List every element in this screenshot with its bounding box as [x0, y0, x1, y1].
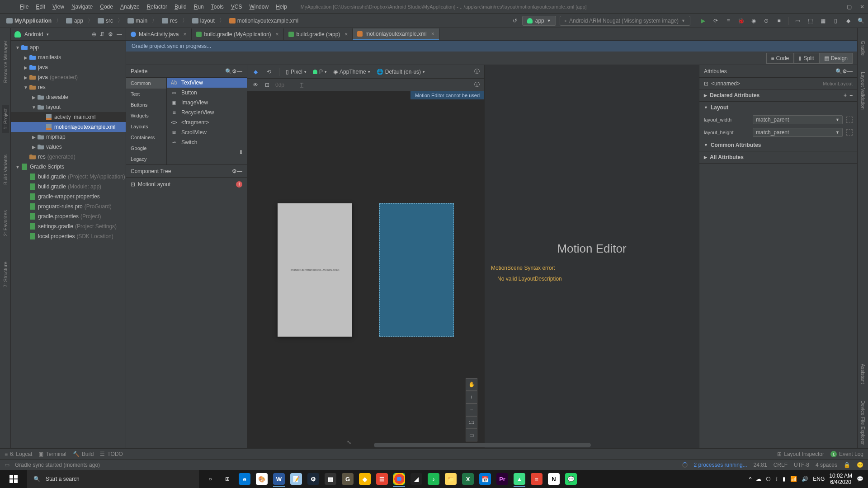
- stop-icon[interactable]: ■: [775, 17, 783, 24]
- tree-item[interactable]: ▼Gradle Scripts: [11, 162, 126, 172]
- file-encoding[interactable]: UTF-8: [794, 462, 809, 468]
- tree-item[interactable]: ▶mipmap: [11, 132, 126, 142]
- tab-todo[interactable]: ☰ TODO: [100, 451, 123, 457]
- line-separator[interactable]: CRLF: [774, 462, 788, 468]
- menu-window[interactable]: Window: [245, 2, 272, 12]
- task-paint[interactable]: 🎨: [254, 471, 269, 487]
- attr-flag-icon[interactable]: [846, 117, 853, 123]
- close-button[interactable]: ✕: [860, 4, 864, 10]
- palette-item[interactable]: <><fragment>: [167, 117, 247, 127]
- palette-category[interactable]: Widgets: [126, 110, 166, 121]
- palette-category[interactable]: Buttons: [126, 99, 166, 110]
- indent-setting[interactable]: 4 spaces: [816, 462, 837, 468]
- orientation-icon[interactable]: ⟲: [265, 68, 273, 75]
- tab-layout-inspector[interactable]: ⊞ Layout Inspector: [777, 451, 824, 457]
- avd-manager-icon[interactable]: ▭: [794, 17, 801, 24]
- menu-analyze[interactable]: Analyze: [117, 2, 143, 12]
- zoom-actual-icon[interactable]: ▭: [466, 429, 477, 441]
- task-cortana[interactable]: ○: [203, 471, 218, 487]
- menu-code[interactable]: Code: [96, 2, 117, 12]
- tree-item[interactable]: ▼layout: [11, 102, 126, 112]
- sync-icon[interactable]: ↺: [511, 17, 519, 24]
- palette-settings-icon[interactable]: ⚙: [232, 68, 237, 75]
- task-notion[interactable]: N: [546, 471, 561, 487]
- menu-view[interactable]: View: [49, 2, 68, 12]
- attr-search-icon[interactable]: 🔍: [835, 68, 842, 75]
- gutter-project[interactable]: 1: Project: [2, 105, 9, 133]
- tray-wifi-icon[interactable]: 📶: [790, 476, 797, 482]
- breadcrumb-item[interactable]: motionlayoutexample.xml: [226, 17, 301, 25]
- menu-edit[interactable]: Edit: [32, 2, 49, 12]
- settings-icon[interactable]: ⚙: [108, 31, 113, 38]
- palette-search-icon[interactable]: 🔍: [225, 68, 232, 75]
- start-button[interactable]: [0, 470, 27, 488]
- menu-run[interactable]: Run: [190, 2, 208, 12]
- tray-expand-icon[interactable]: ^: [749, 476, 752, 482]
- tray-battery-icon[interactable]: ▮: [783, 476, 786, 482]
- processes-running[interactable]: 2 processes running...: [694, 462, 747, 468]
- palette-hide-icon[interactable]: —: [237, 68, 242, 75]
- taskbar-search[interactable]: 🔍 Start a search: [27, 470, 199, 488]
- gutter-gradle[interactable]: Gradle: [859, 37, 867, 59]
- gutter-assistant[interactable]: Assistant: [859, 360, 867, 388]
- tree-item[interactable]: ▶java: [11, 62, 126, 72]
- expand-all-icon[interactable]: ⇵: [100, 31, 104, 38]
- run-button[interactable]: ▶: [699, 17, 707, 24]
- locale-selector[interactable]: 🌐 Default (en-us) ▾: [377, 69, 425, 75]
- tree-item[interactable]: res(generated): [11, 152, 126, 162]
- api-selector[interactable]: P ▾: [313, 69, 327, 75]
- profile-icon[interactable]: ◉: [750, 17, 757, 24]
- inspection-icon[interactable]: 😐: [857, 462, 863, 468]
- task-todoist[interactable]: ☰: [374, 471, 390, 487]
- apply-code-icon[interactable]: ≡: [725, 17, 732, 24]
- horizontal-scrollbar[interactable]: [374, 443, 591, 447]
- taskbar-clock[interactable]: 10:02 AM 6/4/2020: [829, 473, 852, 486]
- palette-category[interactable]: Legacy: [126, 154, 166, 164]
- gutter-device-file-explorer[interactable]: Device File Explorer: [859, 397, 867, 448]
- menu-help[interactable]: Help: [272, 2, 291, 12]
- breadcrumb-item[interactable]: MyApplication: [4, 17, 54, 25]
- editor-tab[interactable]: motionlayoutexample.xml×: [353, 28, 439, 40]
- task-gimp[interactable]: G: [340, 471, 355, 487]
- gutter-resource-manager[interactable]: Resource Manager: [2, 37, 9, 87]
- warnings-icon[interactable]: ⓘ: [474, 68, 480, 75]
- palette-category[interactable]: Common: [126, 78, 166, 89]
- task-taskview[interactable]: ⊞: [220, 471, 235, 487]
- breadcrumb-item[interactable]: main: [125, 17, 150, 25]
- palette-category[interactable]: Containers: [126, 132, 166, 143]
- ct-settings-icon[interactable]: ⚙: [232, 168, 237, 174]
- maximize-button[interactable]: ▢: [847, 4, 852, 10]
- resource-manager-icon[interactable]: ▦: [819, 17, 826, 24]
- close-tab-icon[interactable]: ×: [183, 31, 186, 38]
- menu-tools[interactable]: Tools: [208, 2, 227, 12]
- hide-panel-icon[interactable]: —: [117, 31, 122, 38]
- default-margin-value[interactable]: 0dp: [275, 82, 293, 88]
- tray-onedrive-icon[interactable]: ☁: [756, 476, 761, 482]
- apply-changes-icon[interactable]: ⟳: [712, 17, 719, 24]
- component-tree-root[interactable]: ⊡ MotionLayout !: [128, 179, 245, 189]
- tree-item[interactable]: ▼res: [11, 82, 126, 92]
- tree-item[interactable]: ▶java(generated): [11, 72, 126, 82]
- zoom-out-icon[interactable]: −: [466, 404, 477, 416]
- device-manager-icon[interactable]: ▯: [832, 17, 839, 24]
- menu-file[interactable]: File: [16, 2, 32, 12]
- attr-settings-icon[interactable]: ⚙: [842, 68, 847, 75]
- task-calculator[interactable]: ▦: [323, 471, 338, 487]
- sdk-manager-icon[interactable]: ⬚: [807, 17, 814, 24]
- palette-category[interactable]: Text: [126, 89, 166, 99]
- tray-language[interactable]: ENG: [813, 476, 825, 482]
- default-margins-icon[interactable]: ⊡: [264, 81, 271, 89]
- minimize-button[interactable]: —: [833, 4, 839, 10]
- tree-item[interactable]: ▶manifests: [11, 52, 126, 62]
- tree-item[interactable]: build.gradle(Module: app): [11, 182, 126, 192]
- search-everywhere-icon[interactable]: 🔍: [857, 17, 864, 24]
- editor-tab[interactable]: build.gradle (:app)×: [284, 28, 353, 40]
- declared-attributes-section[interactable]: ▶Declared Attributes + −: [699, 89, 857, 101]
- palette-item[interactable]: ⊸Switch: [167, 137, 247, 147]
- tree-item[interactable]: settings.gradle(Project Settings): [11, 221, 126, 231]
- editor-tab[interactable]: build.gradle (MyApplication)×: [192, 28, 284, 40]
- view-mode-split[interactable]: ⫿ Split: [794, 53, 819, 64]
- close-tab-icon[interactable]: ×: [276, 31, 279, 38]
- breadcrumb-item[interactable]: layout: [189, 17, 217, 25]
- task-calendar[interactable]: 📅: [477, 471, 493, 487]
